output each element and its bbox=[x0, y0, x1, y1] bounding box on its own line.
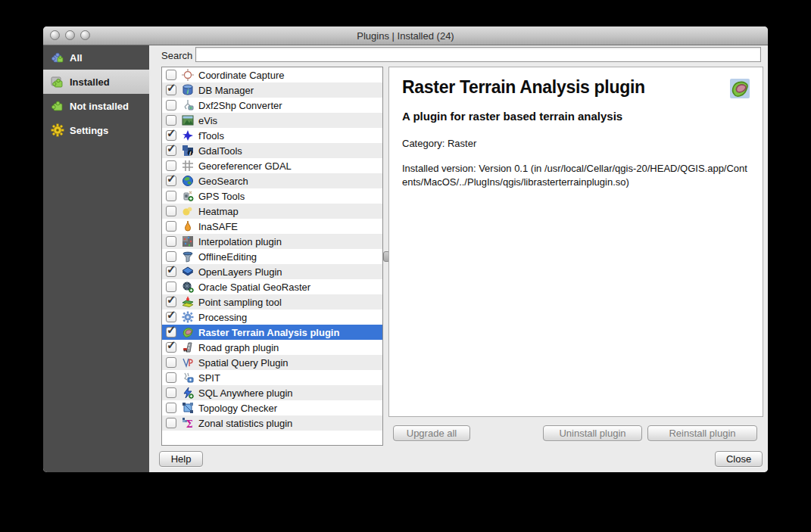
plugin-checkbox[interactable] bbox=[166, 221, 176, 232]
plugin-checkbox[interactable] bbox=[166, 160, 176, 171]
sidebar: All Installed Not installed Settings bbox=[43, 45, 149, 472]
plugin-list: Coordinate Capture ✓ i DB Manager Dxf2Sh… bbox=[161, 67, 383, 446]
point-sampling-icon bbox=[182, 296, 194, 308]
plugin-checkbox[interactable] bbox=[166, 403, 176, 413]
sidebar-item-all[interactable]: All bbox=[43, 45, 149, 70]
plugin-checkbox[interactable] bbox=[166, 100, 176, 110]
plugin-details-panel: Raster Terrain Analysis plugin A plugin … bbox=[388, 67, 763, 417]
plugin-checkbox[interactable]: ✓ bbox=[166, 145, 176, 156]
puzzle-all-icon bbox=[51, 51, 64, 64]
raster-terrain-icon bbox=[730, 79, 750, 98]
plugin-row[interactable]: GPS Tools bbox=[162, 188, 382, 204]
plugin-title: Raster Terrain Analysis plugin bbox=[402, 77, 645, 98]
interpolation-icon bbox=[182, 235, 194, 247]
plugin-checkbox[interactable] bbox=[166, 206, 176, 216]
processing-icon bbox=[182, 311, 194, 323]
plugin-name: Processing bbox=[198, 312, 247, 323]
uninstall-plugin-button[interactable]: Uninstall plugin bbox=[543, 425, 642, 441]
plugin-name: Spatial Query Plugin bbox=[198, 357, 289, 369]
plugin-checkbox[interactable]: ✓ bbox=[166, 176, 176, 186]
plugin-checkbox[interactable]: ✓ bbox=[166, 327, 176, 338]
sidebar-item-installed[interactable]: Installed bbox=[43, 70, 149, 94]
puzzle-installed-icon bbox=[51, 75, 64, 89]
sidebar-item-not-installed[interactable]: Not installed bbox=[43, 94, 149, 118]
plugin-row[interactable]: Spatial Query Plugin bbox=[162, 355, 382, 370]
plugin-row[interactable]: ✓ i DB Manager bbox=[162, 82, 382, 98]
plugin-checkbox[interactable] bbox=[166, 70, 176, 80]
search-input[interactable] bbox=[195, 47, 761, 62]
plugin-checkbox[interactable]: ✓ bbox=[166, 342, 176, 353]
openlayers-icon bbox=[182, 266, 194, 278]
plugin-name: Coordinate Capture bbox=[198, 70, 284, 81]
raster-terrain-icon bbox=[182, 326, 194, 338]
help-button[interactable]: Help bbox=[159, 451, 203, 467]
plugin-checkbox[interactable]: ✓ bbox=[166, 85, 176, 95]
minimize-window-icon[interactable] bbox=[65, 30, 75, 40]
db-manager-icon: i bbox=[182, 84, 194, 96]
ftools-icon bbox=[182, 129, 194, 142]
plugin-row[interactable]: ✓ i GdalTools bbox=[162, 143, 382, 158]
plugin-checkbox[interactable] bbox=[166, 418, 176, 428]
plugin-name: GdalTools bbox=[198, 145, 242, 157]
plugin-row[interactable]: OfflineEditing bbox=[162, 249, 382, 264]
plugin-checkbox[interactable] bbox=[166, 387, 176, 398]
evis-icon bbox=[182, 114, 194, 126]
inasafe-icon bbox=[182, 220, 194, 232]
georeferencer-gdal-icon bbox=[182, 160, 194, 172]
plugin-row[interactable]: ✓ Point sampling tool bbox=[162, 294, 382, 310]
plugin-name: OpenLayers Plugin bbox=[198, 266, 282, 278]
plugin-checkbox[interactable] bbox=[166, 236, 176, 247]
plugin-subtitle: A plugin for raster based terrain analys… bbox=[402, 110, 750, 123]
plugin-row[interactable]: InaSAFE bbox=[162, 219, 382, 234]
spit-icon bbox=[182, 372, 194, 384]
zoom-window-icon[interactable] bbox=[80, 30, 90, 40]
upgrade-all-button[interactable]: Upgrade all bbox=[393, 425, 470, 441]
title-bar[interactable]: Plugins | Installed (24) bbox=[43, 26, 768, 45]
plugin-row[interactable]: Coordinate Capture bbox=[162, 67, 382, 82]
plugin-name: OfflineEditing bbox=[198, 251, 257, 263]
close-button[interactable]: Close bbox=[715, 451, 763, 467]
plugin-row[interactable]: ✓ Raster Terrain Analysis plugin bbox=[162, 325, 382, 340]
coordinate-capture-icon bbox=[182, 69, 194, 81]
plugin-name: GPS Tools bbox=[198, 191, 245, 202]
plugin-row[interactable]: ✓ Processing bbox=[162, 310, 382, 325]
gdaltools-icon: i bbox=[182, 145, 194, 157]
plugin-row[interactable]: SPIT bbox=[162, 370, 382, 385]
plugin-checkbox[interactable]: ✓ bbox=[166, 130, 176, 141]
search-label: Search bbox=[161, 50, 192, 61]
plugin-checkbox[interactable] bbox=[166, 282, 176, 292]
plugin-name: Dxf2Shp Converter bbox=[198, 100, 282, 111]
plugin-checkbox[interactable]: ✓ bbox=[166, 312, 176, 322]
plugin-checkbox[interactable] bbox=[166, 251, 176, 262]
plugin-row[interactable]: Dxf2Shp Converter bbox=[162, 98, 382, 113]
plugin-checkbox[interactable] bbox=[166, 372, 176, 383]
road-graph-icon bbox=[182, 341, 194, 353]
plugin-row[interactable]: Topology Checker bbox=[162, 400, 382, 415]
plugin-row[interactable]: ✓ GeoSearch bbox=[162, 173, 382, 188]
plugin-row[interactable]: Σ Zonal statistics plugin bbox=[162, 415, 382, 431]
plugin-row[interactable]: Heatmap bbox=[162, 204, 382, 219]
heatmap-icon bbox=[182, 205, 194, 217]
plugin-checkbox[interactable] bbox=[166, 357, 176, 368]
plugin-row[interactable]: ✓ OpenLayers Plugin bbox=[162, 264, 382, 279]
plugin-row[interactable]: eVis bbox=[162, 113, 382, 128]
plugin-checkbox[interactable]: ✓ bbox=[166, 266, 176, 277]
plugin-checkbox[interactable] bbox=[166, 115, 176, 126]
plugin-row[interactable]: Georeferencer GDAL bbox=[162, 158, 382, 173]
plugin-row[interactable]: Interpolation plugin bbox=[162, 234, 382, 249]
plugin-row[interactable]: ✓ fTools bbox=[162, 128, 382, 143]
plugin-name: Georeferencer GDAL bbox=[198, 160, 292, 172]
plugin-row[interactable]: SQL Anywhere plugin bbox=[162, 385, 382, 400]
plugin-row[interactable]: Oracle Spatial GeoRaster bbox=[162, 279, 382, 294]
plugin-checkbox[interactable] bbox=[166, 191, 176, 201]
reinstall-plugin-button[interactable]: Reinstall plugin bbox=[647, 425, 757, 441]
plugin-name: Topology Checker bbox=[198, 403, 277, 414]
plugin-installed-version: Installed version: Version 0.1 (in /usr/… bbox=[402, 162, 749, 189]
topology-checker-icon bbox=[182, 402, 194, 414]
oracle-georaster-icon bbox=[182, 281, 194, 293]
plugin-row[interactable]: ✓ Road graph plugin bbox=[162, 340, 382, 355]
close-window-icon[interactable] bbox=[50, 30, 60, 40]
plugins-dialog-window: Plugins | Installed (24) All Installed N… bbox=[43, 26, 768, 472]
sidebar-item-settings[interactable]: Settings bbox=[43, 118, 149, 142]
plugin-checkbox[interactable]: ✓ bbox=[166, 297, 176, 307]
